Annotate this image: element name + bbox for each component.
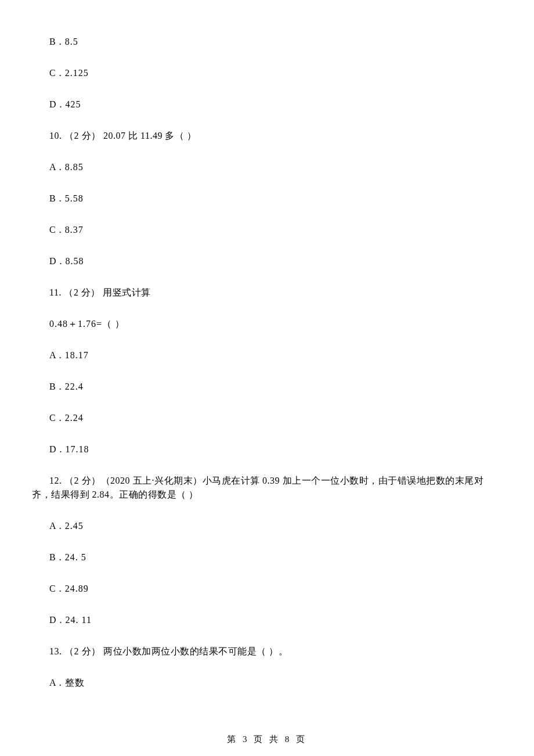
q11-stem: 11. （2 分） 用竖式计算	[32, 286, 502, 300]
q13-option-a: A . 整数	[32, 676, 502, 690]
q11-sub: 0.48＋1.76=（ ）	[32, 317, 502, 331]
q13-stem: 13. （2 分） 两位小数加两位小数的结果不可能是（ ）。	[32, 645, 502, 658]
prev-option-d: D . 425	[32, 98, 502, 111]
q10-stem: 10. （2 分） 20.07 比 11.49 多（ ）	[32, 129, 502, 143]
q12-option-d: D . 24. 11	[32, 613, 502, 627]
q12-option-c: C . 24.89	[32, 582, 502, 596]
q12-option-b: B . 24. 5	[32, 550, 502, 564]
prev-option-b: B . 8.5	[32, 35, 502, 49]
q10-option-c: C . 8.37	[32, 223, 502, 237]
q11-option-d: D . 17.18	[32, 442, 502, 456]
q10-option-d: D . 8.58	[32, 254, 502, 268]
page: B . 8.5 C . 2.125 D . 425 10. （2 分） 20.0…	[0, 0, 534, 756]
q10-option-b: B . 5.58	[32, 192, 502, 206]
q11-option-b: B . 22.4	[32, 380, 502, 394]
q10-option-a: A . 8.85	[32, 160, 502, 174]
page-footer: 第 3 页 共 8 页	[0, 733, 534, 746]
prev-option-c: C . 2.125	[32, 66, 502, 80]
q12-stem: 12. （2 分）（2020 五上·兴化期末）小马虎在计算 0.39 加上一个一…	[32, 474, 502, 502]
q11-option-c: C . 2.24	[32, 411, 502, 425]
q11-option-a: A . 18.17	[32, 348, 502, 362]
q12-option-a: A . 2.45	[32, 519, 502, 533]
